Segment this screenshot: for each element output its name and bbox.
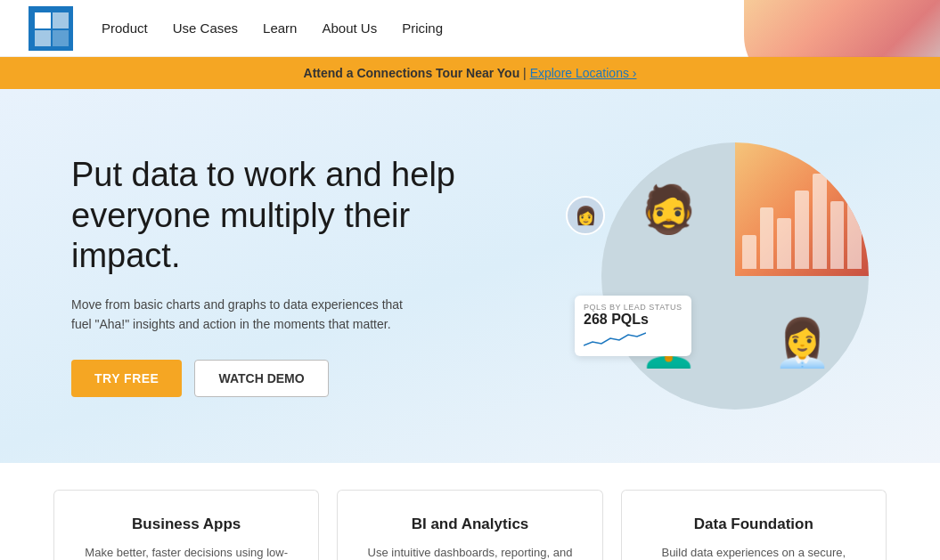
nav-pricing[interactable]: Pricing xyxy=(402,20,443,36)
nav-links: Product Use Cases Learn About Us Pricing xyxy=(102,20,443,36)
nav-use-cases[interactable]: Use Cases xyxy=(173,20,238,36)
nav-learn[interactable]: Learn xyxy=(263,20,297,36)
hero-image-4: 👩‍💼 xyxy=(735,276,869,410)
card-3-desc: Build data experiences on a secure, flex… xyxy=(643,544,864,560)
hero-section: Put data to work and help everyone multi… xyxy=(0,89,940,463)
promo-banner: Attend a Connections Tour Near You | Exp… xyxy=(0,57,940,89)
svg-rect-1 xyxy=(53,12,69,28)
watch-demo-button[interactable]: WATCH DEMO xyxy=(194,360,328,397)
cards-section: Business Apps Make better, faster decisi… xyxy=(0,463,940,560)
hero-text: Put data to work and help everyone multi… xyxy=(71,155,463,397)
pql-sparkline xyxy=(584,329,683,351)
card-2-title: BI and Analytics xyxy=(412,515,529,533)
logo[interactable] xyxy=(29,6,73,51)
banner-separator: | xyxy=(523,66,530,80)
banner-text: Attend a Connections Tour Near You xyxy=(304,66,520,80)
svg-rect-2 xyxy=(35,30,51,46)
banner-cta[interactable]: Explore Locations › xyxy=(530,66,637,80)
hero-buttons: TRY FREE WATCH DEMO xyxy=(71,360,463,397)
hero-subtext: Move from basic charts and graphs to dat… xyxy=(71,295,410,335)
avatar-bubble: 👩 xyxy=(566,196,605,235)
nav-product[interactable]: Product xyxy=(102,20,148,36)
pql-badge: PQLS BY LEAD STATUS 268 PQLs xyxy=(575,296,691,356)
svg-rect-0 xyxy=(35,12,51,28)
card-bi-analytics: BI and Analytics Use intuitive dashboard… xyxy=(337,490,602,560)
hero-headline: Put data to work and help everyone multi… xyxy=(71,155,463,277)
card-3-title: Data Foundation xyxy=(694,515,813,533)
hero-image-1: 🧔 xyxy=(601,142,735,276)
try-free-button[interactable]: TRY FREE xyxy=(71,360,182,397)
pql-label: PQLS BY LEAD STATUS xyxy=(584,303,683,312)
bar-chart xyxy=(735,142,869,276)
pql-count: 268 PQLs xyxy=(584,312,683,328)
hero-circle: 🧔 👨‍🦲 👩‍💼 xyxy=(601,142,869,410)
nav-decoration xyxy=(744,0,940,57)
card-1-title: Business Apps xyxy=(132,515,241,533)
hero-visual: 👩 🧔 👨‍🦲 xyxy=(548,142,869,410)
hero-chart xyxy=(735,142,869,276)
nav-about-us[interactable]: About Us xyxy=(322,20,377,36)
card-data-foundation: Data Foundation Build data experiences o… xyxy=(621,490,887,560)
card-2-desc: Use intuitive dashboards, reporting, and… xyxy=(359,544,580,560)
svg-rect-3 xyxy=(53,30,69,46)
navbar: Product Use Cases Learn About Us Pricing xyxy=(0,0,940,57)
card-1-desc: Make better, faster decisions using low-… xyxy=(76,544,297,560)
card-business-apps: Business Apps Make better, faster decisi… xyxy=(53,490,319,560)
